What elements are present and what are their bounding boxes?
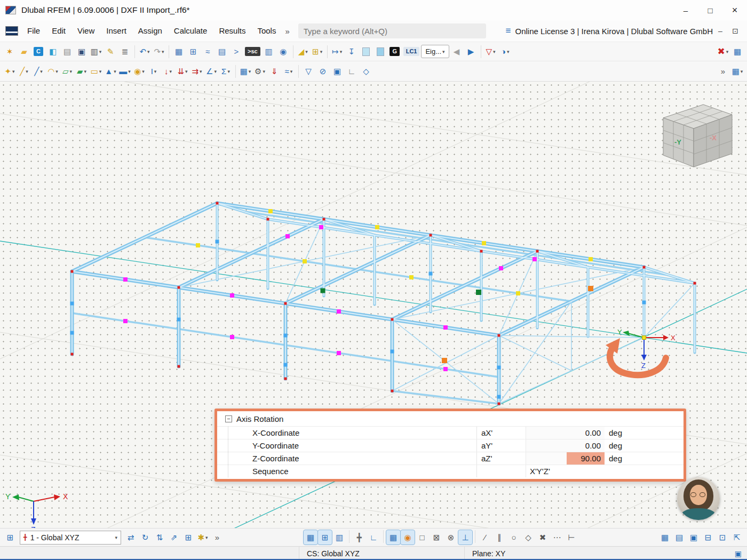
measure-button[interactable]: ∟ bbox=[345, 64, 359, 78]
fullscreen-button[interactable]: ⇱ bbox=[730, 530, 744, 545]
snap-endpoint-button[interactable]: □ bbox=[415, 530, 429, 545]
grid-table-button[interactable]: ▦▾ bbox=[730, 64, 744, 78]
node-marker[interactable] bbox=[443, 325, 448, 330]
snap-settings-button[interactable]: ✱▾ bbox=[196, 530, 210, 545]
maximize-button[interactable]: □ bbox=[698, 0, 722, 20]
field-value[interactable]: X'Y'Z' bbox=[526, 465, 605, 477]
node-marker[interactable] bbox=[285, 234, 290, 238]
overflow-chevron[interactable]: » bbox=[716, 64, 730, 78]
rotate-button[interactable]: ↻ bbox=[138, 530, 152, 545]
node-marker[interactable] bbox=[480, 250, 483, 253]
mirror-button[interactable]: ⇅ bbox=[153, 530, 166, 545]
search-box[interactable] bbox=[298, 23, 486, 38]
redo-button[interactable]: ↷▾ bbox=[152, 44, 166, 59]
new-nodal-support-button[interactable]: ▲▾ bbox=[104, 64, 117, 78]
node-marker[interactable] bbox=[319, 225, 323, 229]
report-button[interactable]: ▤ bbox=[215, 44, 229, 59]
printout-report-button[interactable]: ▥ bbox=[262, 44, 276, 59]
node-marker[interactable] bbox=[482, 241, 486, 245]
ucs-manager-button[interactable]: ⊞ bbox=[3, 530, 17, 545]
previous-load-case-button[interactable]: ◀ bbox=[450, 44, 464, 59]
display-status-icon[interactable]: ▣ bbox=[735, 549, 747, 558]
render-mode-button[interactable]: ▣ bbox=[687, 530, 701, 545]
field-value[interactable]: 0.00 bbox=[526, 439, 605, 452]
node-marker[interactable] bbox=[284, 334, 288, 338]
node-marker[interactable] bbox=[303, 259, 307, 263]
print-button[interactable]: ▥▾ bbox=[89, 44, 103, 59]
render-globe-button[interactable]: ◉ bbox=[276, 44, 290, 59]
calculate-button[interactable]: ⚙▾ bbox=[253, 64, 267, 78]
new-line-button[interactable]: ╱▾ bbox=[17, 64, 31, 78]
parallel-draw-button[interactable]: ∥ bbox=[492, 530, 506, 545]
object-snap-button[interactable]: ▦ bbox=[386, 530, 400, 545]
node-marker[interactable] bbox=[196, 243, 200, 247]
node-marker[interactable] bbox=[267, 218, 269, 221]
node-marker[interactable] bbox=[498, 334, 500, 337]
camera-path-button[interactable]: ◇ bbox=[359, 64, 373, 78]
node-marker[interactable] bbox=[230, 335, 234, 339]
node-marker[interactable] bbox=[533, 257, 537, 261]
coordinate-system-select[interactable]: ╋ 1 - Global XYZ ▾ bbox=[20, 531, 121, 545]
node-marker[interactable] bbox=[497, 366, 501, 370]
new-opening-button[interactable]: ▭▾ bbox=[89, 64, 103, 78]
node-marker[interactable] bbox=[177, 318, 181, 322]
new-nodal-load-button[interactable]: ↓▾ bbox=[161, 64, 175, 78]
tables-icon-button[interactable]: ▦ bbox=[730, 44, 744, 59]
node-marker[interactable] bbox=[284, 378, 287, 380]
visibility-mode-button[interactable]: ◑▾ bbox=[498, 44, 512, 59]
menu-item-calculate[interactable]: Calculate bbox=[168, 20, 213, 42]
node-marker[interactable] bbox=[375, 225, 379, 229]
collapse-icon[interactable]: − bbox=[225, 415, 232, 422]
close-button[interactable]: × bbox=[722, 0, 747, 20]
node-marker[interactable] bbox=[476, 290, 481, 295]
node-marker[interactable] bbox=[589, 257, 593, 261]
menu-item-insert[interactable]: Insert bbox=[100, 20, 132, 42]
dlubal-center-button[interactable]: C bbox=[31, 44, 45, 59]
new-surface-load-button[interactable]: ⇉▾ bbox=[190, 64, 204, 78]
node-marker[interactable] bbox=[216, 202, 219, 205]
new-member-button[interactable]: ╱▾ bbox=[31, 64, 45, 78]
clipboard-button[interactable]: ≣ bbox=[118, 44, 132, 59]
new-line-support-button[interactable]: ▬▾ bbox=[118, 64, 132, 78]
result-scale-dark[interactable] bbox=[374, 44, 387, 59]
node-marker[interactable] bbox=[409, 275, 414, 279]
insert-object-button[interactable]: ⊞▾ bbox=[311, 44, 324, 59]
node-marker[interactable] bbox=[268, 209, 273, 213]
node-marker[interactable] bbox=[442, 358, 447, 363]
node-marker[interactable] bbox=[642, 301, 646, 305]
new-combination-button[interactable]: Σ▾ bbox=[219, 64, 233, 78]
node-marker[interactable] bbox=[70, 302, 74, 306]
result-filter-button[interactable]: ▽ bbox=[301, 64, 315, 78]
node-marker[interactable] bbox=[536, 250, 539, 253]
node-marker[interactable] bbox=[499, 266, 503, 270]
snap-perpendicular-button[interactable]: ⊥ bbox=[458, 530, 472, 545]
mesh-button[interactable]: ▦▾ bbox=[239, 64, 252, 78]
delete-results-button[interactable]: ✖▾ bbox=[716, 44, 730, 59]
search-input[interactable] bbox=[304, 27, 481, 36]
console-button[interactable]: > bbox=[229, 44, 243, 59]
node-marker[interactable] bbox=[71, 353, 74, 356]
field-value[interactable]: 90.00 bbox=[526, 452, 605, 465]
navigation-cube[interactable]: -Y -X bbox=[663, 105, 732, 167]
node-marker[interactable] bbox=[70, 331, 74, 335]
clipping-toggle-button[interactable]: ⊟ bbox=[701, 530, 715, 545]
ribbon-float-icon[interactable]: ⊡ bbox=[728, 27, 743, 35]
move-copy-button[interactable]: ⇄ bbox=[124, 530, 138, 545]
node-marker[interactable] bbox=[391, 390, 394, 393]
load-distribution-button[interactable]: ↧ bbox=[345, 44, 359, 59]
menu-item-results[interactable]: Results bbox=[213, 20, 251, 42]
undo-button[interactable]: ↶▾ bbox=[138, 44, 152, 59]
node-marker[interactable] bbox=[337, 351, 341, 355]
node-marker[interactable] bbox=[178, 365, 180, 368]
overflow-chevron[interactable]: » bbox=[210, 530, 224, 545]
self-weight-badge[interactable]: G bbox=[388, 44, 402, 59]
node-marker[interactable] bbox=[337, 309, 341, 314]
snap-intersection-button[interactable]: ⊠ bbox=[430, 530, 443, 545]
node-marker[interactable] bbox=[123, 319, 128, 323]
new-arc-button[interactable]: ◠▾ bbox=[46, 64, 60, 78]
dock-button[interactable]: ⊡ bbox=[716, 530, 729, 545]
results-display-button[interactable]: ≈▾ bbox=[282, 64, 296, 78]
menu-overflow-chevron[interactable]: » bbox=[282, 27, 292, 36]
circle-draw-button[interactable]: ○ bbox=[507, 530, 521, 545]
node-marker[interactable] bbox=[321, 289, 325, 293]
